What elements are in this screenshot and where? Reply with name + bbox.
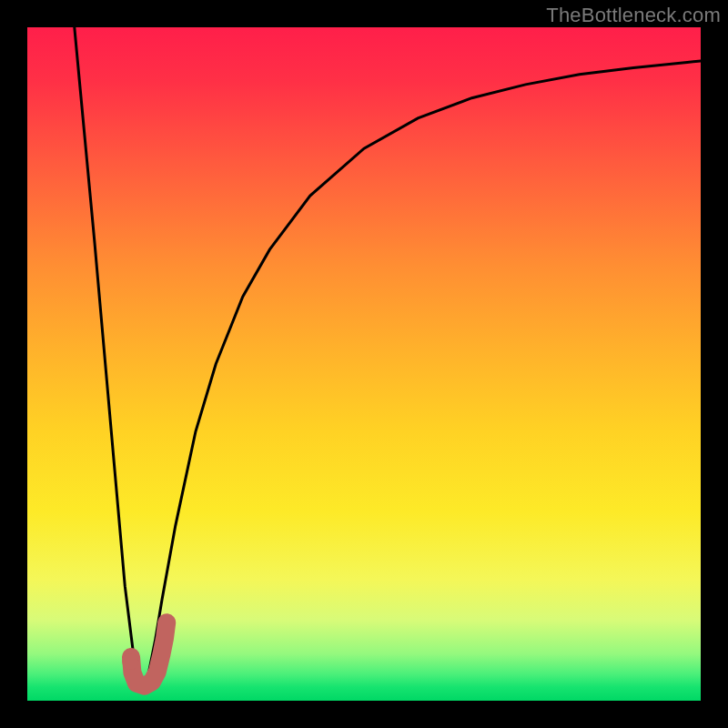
outer-frame: TheBottleneck.com (0, 0, 728, 728)
plot-area (27, 27, 701, 701)
j-marker-dot (122, 653, 138, 670)
watermark-text: TheBottleneck.com (546, 4, 721, 27)
j-marker (27, 27, 701, 701)
j-marker-stroke (131, 622, 167, 686)
